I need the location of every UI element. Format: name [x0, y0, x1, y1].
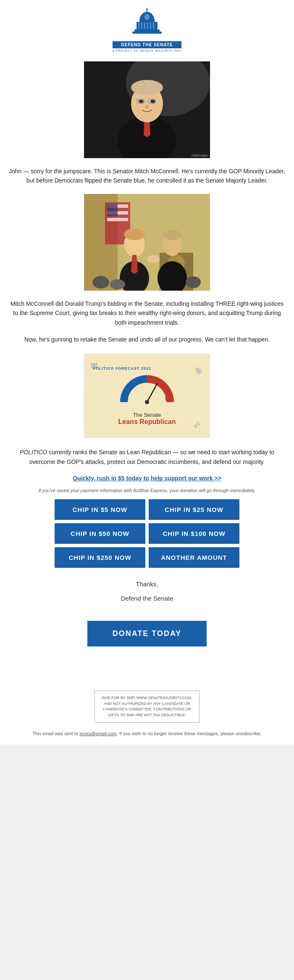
unsubscribe-email[interactable]: xxxxx@gmail.com [79, 731, 117, 736]
org-name: Defend the Senate [8, 595, 286, 602]
mcconnell-caption: John — sorry for the jumpscare. This is … [0, 162, 294, 190]
svg-point-13 [144, 14, 150, 20]
gauge-svg: D R [120, 375, 174, 404]
chip-5-button[interactable]: CHIP IN $5 NOW [55, 499, 145, 520]
forecast-title: The Senate Leans Republican [118, 412, 176, 426]
unsubscribe-prefix: This email was sent to [32, 731, 79, 736]
email-container: DEFEND THE SENATE A PROJECT OF SENATE MA… [0, 0, 294, 744]
donate-today-container: DONATE TODAY [0, 610, 294, 665]
svg-rect-5 [138, 22, 139, 29]
logo-subtitle: A PROJECT OF SENATE MAJORITY PAC [113, 49, 182, 52]
progress-caption: Now, he's gunning to retake the Senate a… [0, 331, 294, 347]
svg-line-49 [147, 383, 158, 402]
svg-rect-11 [134, 29, 160, 32]
mcconnell-photo: GettyImages [84, 61, 210, 158]
envelope-icon: ✉ [91, 360, 98, 371]
svg-rect-6 [141, 22, 142, 29]
trump-mitch-photo [84, 194, 210, 291]
svg-point-40 [124, 228, 145, 240]
svg-rect-9 [150, 22, 151, 29]
svg-point-20 [131, 80, 163, 95]
forecast-line2-plain: Leans [118, 418, 140, 425]
svg-rect-35 [107, 204, 118, 216]
buttons-grid: CHIP IN $5 NOW CHIP IN $25 NOW CHIP IN $… [42, 495, 252, 572]
forecast-image: POLITICO FORECAST 2022 ✉ D R [84, 354, 210, 438]
svg-point-26 [145, 105, 149, 109]
chip-25-button[interactable]: CHIP IN $25 NOW [149, 499, 239, 520]
footer-disclaimer: PAID FOR BY SMP, WWW.SENATEMAJORITY.COM,… [94, 691, 200, 723]
unsubscribe-suffix: . If you wish to no longer receive these… [117, 731, 262, 736]
forecast-line1: The Senate [118, 412, 176, 418]
chip-100-button[interactable]: CHIP IN $100 NOW [149, 523, 239, 544]
mcconnell-svg: GettyImages [84, 61, 210, 158]
actblue-note: If you've saved your payment information… [0, 486, 294, 495]
chip-250-button[interactable]: CHIP IN $250 NOW [55, 547, 145, 568]
header: DEFEND THE SENATE A PROJECT OF SENATE MA… [0, 0, 294, 57]
svg-rect-1 [139, 20, 155, 22]
forecast-inner: POLITICO FORECAST 2022 ✉ D R [84, 354, 210, 437]
forecast-gauge: D R [120, 375, 174, 405]
svg-text:GettyImages: GettyImages [191, 154, 208, 157]
svg-rect-34 [107, 218, 128, 221]
thanks-section: Thanks, Defend the Senate [0, 572, 294, 610]
svg-text:D: D [125, 396, 129, 402]
mcconnell-image-section: GettyImages [0, 57, 294, 162]
trump-mitch-caption: Mitch McConnell did Donald Trump's biddi… [0, 295, 294, 331]
politico-italic: POLITICO [20, 449, 47, 456]
svg-point-48 [186, 276, 201, 288]
svg-point-47 [110, 279, 125, 289]
logo-text: DEFEND THE SENATE [113, 41, 182, 48]
svg-rect-7 [144, 22, 145, 29]
svg-rect-8 [147, 22, 148, 29]
footer-unsubscribe: This email was sent to xxxxx@gmail.com. … [0, 729, 294, 744]
svg-point-50 [145, 400, 149, 404]
svg-point-45 [147, 255, 160, 263]
chip-50-button[interactable]: CHIP IN $50 NOW [55, 523, 145, 544]
donate-today-button[interactable]: DONATE TODAY [87, 621, 207, 646]
svg-text:R: R [165, 396, 169, 402]
trump-mitch-image-section [0, 190, 294, 295]
donkey-icon: 🫏 [193, 421, 201, 429]
svg-rect-12 [132, 32, 162, 34]
spacer [0, 665, 294, 678]
politico-text-rest: currently ranks the Senate as Lean Repub… [29, 449, 274, 465]
svg-rect-10 [153, 22, 154, 29]
elephant-icon: 🐘 [195, 367, 203, 375]
svg-point-3 [146, 8, 148, 10]
thanks-text: Thanks, [8, 580, 286, 588]
capitol-icon [128, 8, 166, 40]
trump-mitch-svg [84, 194, 210, 291]
rush-link-container: Quickly, rush in $5 today to help suppor… [0, 471, 294, 486]
svg-point-21 [139, 100, 144, 103]
rush-link[interactable]: Quickly, rush in $5 today to help suppor… [73, 475, 221, 482]
another-amount-button[interactable]: ANOTHER AMOUNT [149, 547, 239, 568]
logo-container: DEFEND THE SENATE A PROJECT OF SENATE MA… [113, 8, 182, 52]
svg-point-44 [163, 230, 181, 240]
forecast-header: POLITICO FORECAST 2022 [93, 366, 151, 371]
svg-point-22 [150, 100, 155, 103]
politico-body-text: POLITICO currently ranks the Senate as L… [0, 444, 294, 471]
svg-point-46 [92, 276, 109, 289]
forecast-line2: Leans Republican [118, 418, 176, 426]
forecast-line2-color: Republican [139, 418, 176, 425]
